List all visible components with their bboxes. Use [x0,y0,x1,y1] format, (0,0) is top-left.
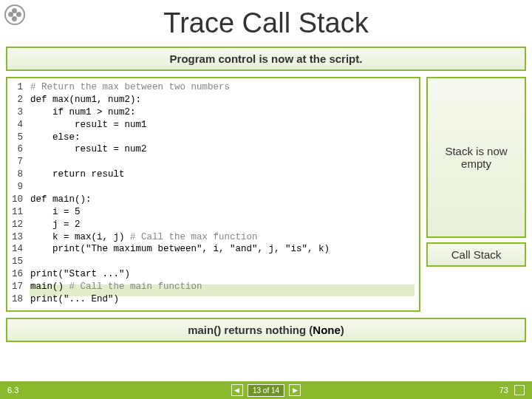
page-indicator: 13 of 14 [248,384,284,397]
stack-label: Call Stack [426,242,526,267]
page-number: 73 [499,386,508,395]
return-banner: main() returns nothing (None) [6,318,526,342]
status-banner: Program control is now at the script. [6,47,526,71]
line-numbers: 1 2 3 4 5 6 7 8 9 10 11 12 13 14 15 16 1… [12,81,30,306]
section-number: 6.3 [0,386,18,395]
stack-contents: Stack is now empty [426,77,526,238]
prev-button[interactable]: ◀ [231,384,243,396]
nav-controls: ◀ 13 of 14 ▶ [231,384,301,397]
footer-text-a: main() returns nothing ( [188,324,313,336]
footer-none: None [313,324,341,336]
bottom-bar: 6.3 ◀ 13 of 14 ▶ 73 [0,381,532,399]
code-body: # Return the max between two numbers def… [30,81,330,306]
stack-column: Stack is now empty Call Stack [426,77,526,312]
main-area: 1 2 3 4 5 6 7 8 9 10 11 12 13 14 15 16 1… [0,77,532,312]
slide-title: Trace Call Stack [0,7,532,39]
footer-text-b: ) [341,324,344,336]
code-listing: 1 2 3 4 5 6 7 8 9 10 11 12 13 14 15 16 1… [6,77,420,312]
next-button[interactable]: ▶ [289,384,301,396]
fullscreen-icon[interactable] [514,385,525,395]
logo-icon [4,4,25,25]
